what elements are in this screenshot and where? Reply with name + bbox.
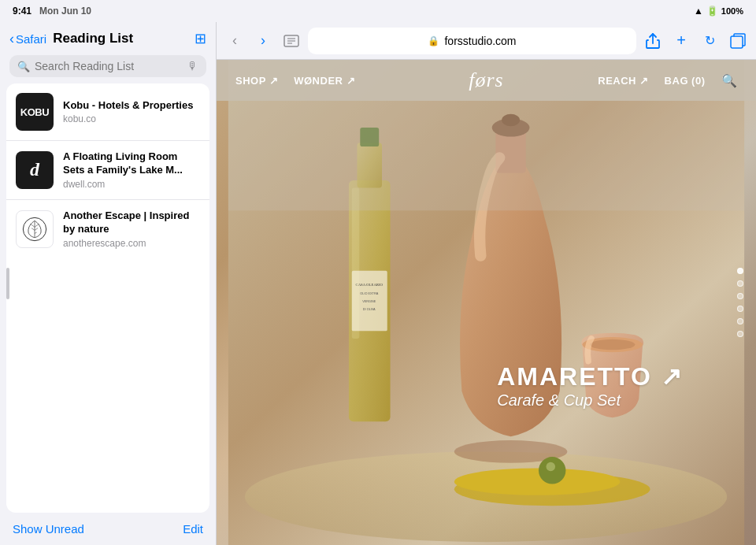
resize-handle[interactable]	[6, 268, 9, 299]
item-domain: kobu.co	[63, 113, 200, 124]
list-item[interactable]: Another Escape | Inspired by nature anot…	[6, 200, 209, 258]
item-domain: dwell.com	[63, 179, 200, 190]
svg-line-3	[35, 228, 38, 230]
leaf-svg-icon	[22, 217, 47, 242]
hero-subtitle: Carafe & Cup Set	[497, 391, 684, 410]
reader-mode-button[interactable]	[280, 29, 303, 53]
scroll-dot-1[interactable]	[737, 268, 743, 274]
favicon-text: d	[30, 159, 39, 180]
reload-button[interactable]: ↻	[698, 29, 721, 53]
scroll-dot-5[interactable]	[737, 318, 743, 324]
browser-area: ‹ › 🔒 forsstudio.com	[217, 22, 756, 545]
mic-icon[interactable]: 🎙	[187, 60, 198, 72]
svg-line-2	[35, 224, 39, 227]
item-title: A Floating Living Room Sets a Family's L…	[63, 150, 200, 177]
shop-nav-item[interactable]: SHOP ↗	[235, 75, 278, 87]
safari-back-button[interactable]: ‹ Safari	[9, 31, 46, 47]
fors-hero: CASA OLEARIO OLIO EXTRA VERGINE DI OLIVA	[217, 60, 756, 545]
address-bar[interactable]: 🔒 forsstudio.com	[308, 28, 636, 54]
fors-logo: førs	[469, 69, 503, 92]
main-layout: ‹ Safari Reading List ⊞ 🔍 🎙 KOBU Kobu - …	[0, 22, 756, 545]
sidebar-footer: Show Unread Edit	[0, 513, 216, 545]
svg-point-32	[547, 462, 555, 471]
reload-icon: ↻	[705, 33, 715, 48]
browser-toolbar: ‹ › 🔒 forsstudio.com	[217, 22, 756, 60]
battery-level: 100%	[721, 6, 743, 16]
scroll-indicators	[737, 268, 743, 337]
show-unread-button[interactable]: Show Unread	[13, 522, 84, 536]
svg-rect-11	[731, 36, 743, 48]
svg-point-15	[454, 468, 620, 495]
scroll-dot-2[interactable]	[737, 280, 743, 287]
search-input[interactable]	[35, 60, 183, 72]
plus-icon: +	[676, 32, 686, 50]
sidebar: ‹ Safari Reading List ⊞ 🔍 🎙 KOBU Kobu - …	[0, 22, 217, 545]
svg-line-4	[35, 232, 37, 233]
tabs-icon	[730, 33, 746, 49]
wonder-nav-item[interactable]: WØNDER ↗	[294, 75, 355, 87]
back-button[interactable]: ‹	[223, 29, 246, 53]
hero-title: AMARETTO ↗	[497, 361, 684, 391]
search-bar[interactable]: 🔍 🎙	[9, 55, 206, 77]
share-button[interactable]	[641, 29, 665, 53]
wifi-icon: ▲	[694, 6, 703, 17]
fors-website: CASA OLEARIO OLIO EXTRA VERGINE DI OLIVA	[217, 60, 756, 545]
item-favicon-dwell: d	[16, 151, 54, 189]
status-date: Mon Jun 10	[39, 6, 91, 17]
item-favicon-another-escape	[16, 210, 54, 248]
bag-nav-item[interactable]: BAG (0)	[665, 75, 706, 87]
status-time: 9:41	[13, 6, 32, 17]
item-favicon-kobu: KOBU	[16, 93, 54, 131]
back-chevron-icon: ‹	[9, 31, 14, 47]
item-text: Kobu - Hotels & Properties kobu.co	[63, 99, 200, 125]
svg-text:DI OLIVA: DI OLIVA	[363, 308, 376, 311]
svg-line-6	[32, 228, 35, 230]
safari-label: Safari	[16, 32, 46, 46]
scroll-dot-3[interactable]	[737, 293, 743, 299]
item-text: A Floating Living Room Sets a Family's L…	[63, 150, 200, 190]
item-text: Another Escape | Inspired by nature anot…	[63, 209, 200, 249]
reading-list-title: Reading List	[53, 31, 188, 46]
edit-button[interactable]: Edit	[183, 522, 203, 536]
svg-text:CASA OLEARIO: CASA OLEARIO	[355, 283, 383, 287]
item-title: Another Escape | Inspired by nature	[63, 209, 200, 236]
forward-button[interactable]: ›	[251, 29, 275, 53]
hero-text: AMARETTO ↗ Carafe & Cup Set	[497, 361, 684, 410]
svg-text:OLIO EXTRA: OLIO EXTRA	[360, 292, 378, 295]
search-icon: 🔍	[17, 61, 30, 72]
hero-scene: CASA OLEARIO OLIO EXTRA VERGINE DI OLIVA	[217, 60, 756, 545]
reader-icon	[284, 35, 299, 47]
status-left: 9:41 Mon Jun 10	[13, 6, 91, 17]
forward-arrow-icon: ›	[261, 32, 265, 49]
url-text: forsstudio.com	[444, 35, 516, 47]
sidebar-toolbar: ‹ Safari Reading List ⊞	[0, 22, 216, 52]
scroll-dot-6[interactable]	[737, 331, 743, 337]
battery-icon: 🔋	[706, 6, 718, 17]
list-item[interactable]: d A Floating Living Room Sets a Family's…	[6, 141, 209, 200]
reach-nav-item[interactable]: REACH ↗	[598, 75, 648, 87]
svg-line-5	[31, 224, 35, 227]
fors-nav: SHOP ↗ WØNDER ↗ førs REACH ↗ BAG (0) 🔍	[217, 60, 756, 101]
list-item[interactable]: KOBU Kobu - Hotels & Properties kobu.co	[6, 83, 209, 141]
search-nav-icon[interactable]: 🔍	[721, 73, 738, 88]
lock-icon: 🔒	[428, 35, 439, 46]
share-icon	[646, 33, 660, 49]
favicon-text: KOBU	[20, 106, 49, 118]
svg-point-30	[590, 339, 635, 350]
back-arrow-icon: ‹	[232, 32, 237, 49]
status-right: ▲ 🔋 100%	[694, 6, 743, 17]
add-button[interactable]: +	[669, 29, 693, 53]
fors-nav-left: SHOP ↗ WØNDER ↗	[235, 75, 355, 87]
tabs-button[interactable]	[726, 29, 750, 53]
website-content: CASA OLEARIO OLIO EXTRA VERGINE DI OLIVA	[217, 60, 756, 545]
sidebar-grid-icon[interactable]: ⊞	[195, 30, 206, 47]
item-title: Kobu - Hotels & Properties	[63, 99, 200, 113]
status-bar: 9:41 Mon Jun 10 ▲ 🔋 100%	[0, 0, 756, 22]
scroll-dot-4[interactable]	[737, 306, 743, 312]
fors-nav-right: REACH ↗ BAG (0) 🔍	[598, 73, 737, 88]
item-domain: anotherescape.com	[63, 238, 200, 249]
svg-text:VERGINE: VERGINE	[362, 300, 376, 303]
reading-list: KOBU Kobu - Hotels & Properties kobu.co …	[6, 83, 209, 513]
